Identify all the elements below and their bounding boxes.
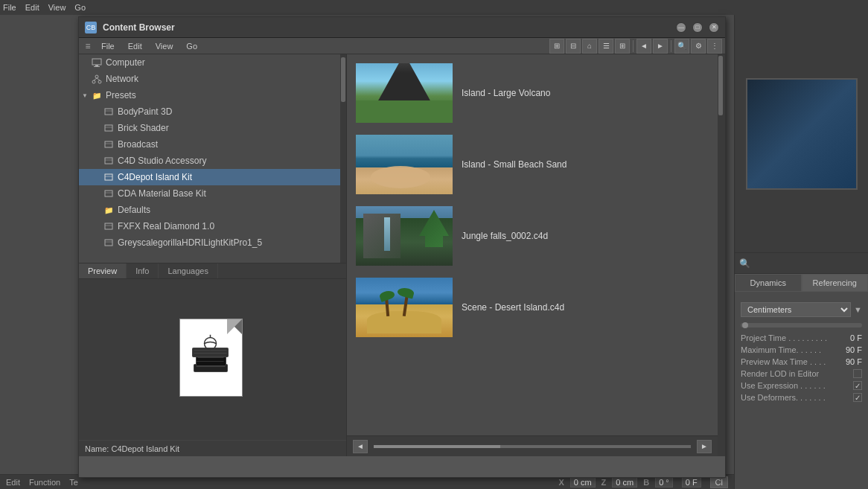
cb-content-scroll[interactable]: Island - Large Volcano Island - Small Be… (347, 54, 718, 435)
cb-list-view[interactable]: ☰ (599, 39, 613, 54)
thumb-jungle (356, 206, 453, 266)
cb-menu-go[interactable]: Go (180, 40, 203, 52)
app-menu-edit[interactable]: Edit (25, 3, 39, 12)
content-item-jungle[interactable]: Jungle falls_0002.c4d (353, 203, 712, 269)
dropdown-arrow-icon: ▼ (854, 305, 862, 314)
coord-bar: X 0 cm Z 0 cm B 0 ° (558, 477, 672, 488)
cb-name-bar: Name: C4Depot Island Kit (79, 440, 346, 456)
waterfall (384, 217, 390, 251)
cb-tree-panel: Computer (79, 54, 347, 456)
content-browser-window: CB Content Browser — □ ✕ ≡ File Edit Vie… (78, 16, 726, 478)
content-scrollbar-thumb[interactable] (718, 56, 723, 115)
use-deformers-label: Use Deformers. . . . . . . (741, 393, 826, 402)
cda-icon (103, 188, 115, 199)
app-menu-go[interactable]: Go (74, 3, 86, 12)
svg-point-5 (98, 80, 101, 83)
cb-view-mode-1[interactable]: ⊞ (549, 39, 564, 54)
cb-menu-file[interactable]: File (95, 40, 121, 52)
use-expression-checkbox[interactable]: ✓ (853, 381, 862, 390)
coord-b-label: B (643, 478, 649, 487)
cb-back-btn[interactable]: ◄ (636, 39, 651, 54)
svg-rect-2 (94, 66, 100, 67)
volcano-shape (371, 63, 438, 102)
unit-dropdown-row: Centimeters ▼ (741, 302, 862, 317)
cb-search-btn[interactable]: 🔍 (674, 39, 689, 54)
right-panel-search-bar[interactable]: 🔍 (735, 253, 868, 274)
preview-max-time-label: Preview Max Time . . . . (741, 357, 826, 366)
defaults-folder-icon: 📁 (103, 204, 115, 216)
cb-grid-view[interactable]: ⊞ (615, 39, 630, 54)
maximize-button[interactable]: □ (692, 22, 703, 33)
tree-scrollbar-thumb[interactable] (341, 57, 345, 102)
close-button[interactable]: ✕ (709, 22, 719, 33)
presets-folder-icon: 📁 (91, 89, 103, 101)
cb-home-btn[interactable]: ⌂ (582, 39, 597, 54)
search-icon: 🔍 (739, 258, 750, 269)
tree-item-broadcast[interactable]: Broadcast (79, 136, 340, 153)
tree-item-cda-material[interactable]: CDA Material Base Kit (79, 185, 340, 202)
preview-tab-languages[interactable]: Languages (159, 263, 217, 278)
tree-item-brick[interactable]: Brick Shader (79, 120, 340, 136)
cb-menu-edit[interactable]: Edit (122, 40, 148, 52)
c4d-studio-icon (103, 155, 115, 167)
tree-item-fxfx[interactable]: FXFX Real Diamond 1.0 (79, 218, 340, 234)
right-panel-tabs: Dynamics Referencing (735, 274, 868, 292)
edit-menu-item[interactable]: Edit (6, 478, 20, 487)
cb-title: Content Browser (103, 22, 670, 33)
search-input[interactable] (753, 259, 864, 268)
cb-settings-btn[interactable]: ⚙ (691, 39, 706, 54)
tree-item-bodypaint[interactable]: BodyPaint 3D (79, 103, 340, 120)
app-menu-view[interactable]: View (48, 3, 66, 12)
preview-tab-info[interactable]: Info (127, 263, 159, 278)
cb-menu-view[interactable]: View (150, 40, 179, 52)
render-lod-row: Render LOD in Editor Use Expression . . … (741, 369, 862, 402)
unit-dropdown[interactable]: Centimeters (741, 302, 851, 317)
footer-scrollbar[interactable] (374, 445, 691, 448)
footer-scrollbar-thumb[interactable] (374, 445, 500, 448)
content-item-beach[interactable]: Island - Small Beach Sand (353, 132, 712, 197)
cb-more-btn[interactable]: ⋮ (707, 39, 722, 54)
function-menu-item[interactable]: Function (29, 478, 60, 487)
slider-bar[interactable] (741, 323, 862, 327)
cb-tree-toggle[interactable]: ≡ (82, 40, 94, 52)
content-label-beach: Island - Small Beach Sand (462, 159, 567, 170)
use-expression-label: Use Expression . . . . . . (741, 381, 826, 390)
content-item-volcano[interactable]: Island - Large Volcano (353, 60, 712, 126)
tree-scrollbar[interactable] (340, 54, 346, 263)
tree-item-defaults[interactable]: 📁 Defaults (79, 202, 340, 218)
content-scrollbar[interactable] (718, 54, 725, 456)
network-label: Network (106, 74, 138, 84)
footer-btn-left[interactable]: ◄ (353, 440, 368, 453)
tree-item-computer[interactable]: Computer (79, 54, 340, 71)
tree-item-c4depot[interactable]: C4Depot Island Kit (79, 169, 340, 185)
project-time-label: Project Time . . . . . . . . . (741, 333, 827, 342)
slider-thumb[interactable] (742, 322, 748, 328)
toolbar-sep-1 (633, 40, 634, 52)
tree-scroll[interactable]: Computer (79, 54, 340, 263)
coord-x-value: 0 cm (570, 477, 596, 488)
svg-rect-18 (105, 191, 112, 196)
preview-tab-preview[interactable]: Preview (79, 263, 127, 278)
footer-btn-right[interactable]: ► (697, 440, 712, 453)
cb-view-mode-2[interactable]: ⊟ (566, 39, 581, 54)
use-deformers-checkbox[interactable]: ✓ (853, 393, 862, 402)
anim-value: 0 F (682, 477, 701, 488)
tree-arrow-presets: ▼ (82, 92, 91, 99)
tex-menu-item[interactable]: Te (69, 478, 78, 487)
app-menu-file[interactable]: File (3, 3, 16, 12)
tree-item-c4d-studio[interactable]: C4D Studio Accessory (79, 153, 340, 169)
rock-face (363, 214, 401, 258)
tree-item-network[interactable]: Network (79, 71, 340, 87)
greyscale-label: GreyscalegorillaHDRILightKitPro1_5 (118, 237, 262, 248)
tree-item-presets[interactable]: ▼ 📁 Presets (79, 87, 340, 103)
render-lod-checkbox[interactable] (853, 369, 862, 378)
tree-item-greyscale[interactable]: GreyscalegorillaHDRILightKitPro1_5 (79, 234, 340, 251)
minimize-button[interactable]: — (676, 22, 686, 33)
content-item-desert[interactable]: Scene - Desert Island.c4d (353, 275, 712, 340)
books-stack-icon (191, 334, 232, 381)
tab-dynamics[interactable]: Dynamics (735, 274, 802, 292)
svg-rect-14 (105, 158, 112, 164)
thumb-beach (356, 135, 453, 194)
tab-referencing[interactable]: Referencing (802, 274, 869, 292)
cb-forward-btn[interactable]: ► (653, 39, 668, 54)
